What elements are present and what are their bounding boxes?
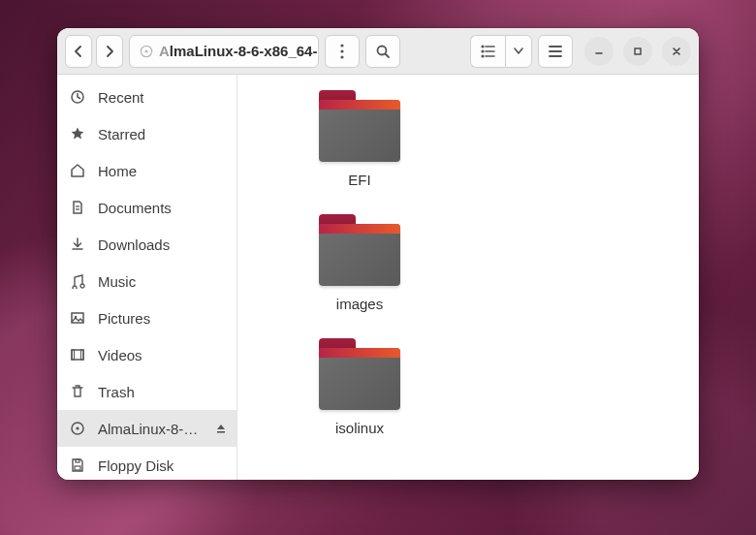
window-controls: [584, 37, 691, 66]
folder-isolinux[interactable]: isolinux: [247, 338, 472, 462]
sidebar-item-pictures[interactable]: Pictures: [57, 299, 236, 336]
videos-icon: [69, 347, 86, 362]
svg-point-3: [340, 49, 343, 52]
folder-icon: [319, 90, 400, 162]
sidebar-item-recent[interactable]: Recent: [57, 79, 236, 115]
sidebar-item-almalinux-media[interactable]: AlmaLinux-8-…: [57, 410, 236, 447]
folder-label: images: [336, 296, 383, 312]
home-icon: [69, 163, 86, 178]
sidebar-item-home[interactable]: Home: [57, 152, 236, 189]
location-bar[interactable]: AlmaLinux-8-6-x86_64-dvd: [129, 35, 319, 68]
svg-rect-17: [635, 48, 641, 54]
hamburger-menu-button[interactable]: [538, 35, 573, 68]
svg-rect-24: [72, 350, 75, 360]
optical-media-icon: [69, 421, 86, 436]
floppy-icon: [69, 457, 86, 473]
svg-rect-21: [72, 313, 83, 323]
sidebar-item-label: AlmaLinux-8-…: [98, 421, 225, 437]
svg-rect-30: [76, 459, 79, 462]
back-button[interactable]: [65, 35, 92, 68]
maximize-button[interactable]: [623, 37, 652, 66]
pictures-icon: [69, 310, 86, 326]
window-body: Recent Starred Home Documents Downloads: [57, 75, 699, 480]
folder-icon: [319, 338, 400, 410]
star-icon: [69, 126, 86, 142]
list-view-button[interactable]: [470, 35, 505, 68]
folder-label: isolinux: [335, 420, 384, 436]
folder-icon: [319, 214, 400, 286]
sidebar-item-videos[interactable]: Videos: [57, 336, 236, 373]
view-dropdown-button[interactable]: [505, 35, 532, 68]
minimize-button[interactable]: [584, 37, 614, 66]
svg-point-2: [340, 44, 343, 47]
sidebar-item-label: Music: [98, 273, 225, 290]
sidebar-item-label: Pictures: [98, 310, 225, 327]
svg-rect-25: [81, 350, 84, 360]
svg-point-27: [76, 426, 79, 429]
forward-button[interactable]: [96, 35, 123, 68]
sidebar: Recent Starred Home Documents Downloads: [57, 75, 237, 480]
svg-rect-29: [75, 466, 80, 470]
sidebar-item-downloads[interactable]: Downloads: [57, 226, 236, 263]
svg-rect-28: [217, 431, 225, 433]
file-manager-window: AlmaLinux-8-6-x86_64-dvd: [57, 28, 699, 480]
svg-point-12: [482, 55, 484, 57]
svg-line-6: [386, 53, 390, 57]
sidebar-item-label: Recent: [98, 89, 225, 106]
view-mode-group: [470, 35, 532, 68]
sidebar-item-starred[interactable]: Starred: [57, 115, 236, 152]
optical-media-icon: [140, 45, 153, 58]
location-text: lmaLinux-8-6-x86_64-dvd: [170, 43, 319, 59]
kebab-menu-button[interactable]: [325, 35, 360, 68]
svg-point-11: [482, 50, 484, 52]
music-icon: [69, 273, 86, 289]
documents-icon: [69, 200, 86, 215]
download-icon: [69, 236, 86, 252]
close-button[interactable]: [662, 37, 691, 66]
sidebar-item-label: Floppy Disk: [98, 457, 225, 474]
svg-rect-23: [72, 350, 83, 360]
folder-efi[interactable]: EFI: [247, 90, 472, 214]
clock-icon: [69, 89, 86, 105]
sidebar-item-documents[interactable]: Documents: [57, 189, 236, 226]
trash-icon: [69, 384, 86, 399]
sidebar-item-label: Starred: [98, 126, 225, 142]
folder-images[interactable]: images: [247, 214, 472, 338]
sidebar-item-trash[interactable]: Trash: [57, 373, 236, 410]
sidebar-item-label: Videos: [98, 347, 225, 363]
sidebar-item-label: Trash: [98, 384, 225, 400]
folder-content-area[interactable]: EFI images isolinux: [237, 75, 699, 480]
headerbar: AlmaLinux-8-6-x86_64-dvd: [57, 28, 699, 75]
folder-label: EFI: [348, 172, 370, 188]
svg-point-1: [144, 49, 147, 52]
sidebar-item-floppy-disk[interactable]: Floppy Disk: [57, 447, 236, 480]
path-prefix: A: [159, 43, 170, 59]
nav-group: [65, 35, 123, 68]
eject-button[interactable]: [215, 423, 227, 434]
sidebar-item-label: Documents: [98, 200, 225, 216]
sidebar-item-label: Home: [98, 163, 225, 179]
search-button[interactable]: [365, 35, 400, 68]
svg-point-4: [340, 55, 343, 58]
svg-point-10: [482, 46, 484, 47]
sidebar-item-music[interactable]: Music: [57, 263, 236, 299]
sidebar-item-label: Downloads: [98, 236, 225, 253]
